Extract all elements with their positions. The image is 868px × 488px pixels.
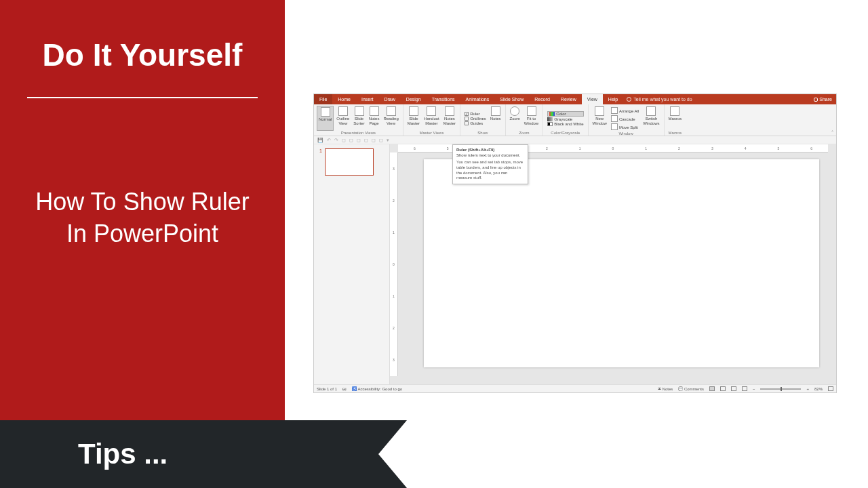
chk-ruler[interactable]: ✓Ruler bbox=[465, 112, 486, 116]
btn-zoom[interactable]: Zoom bbox=[509, 106, 521, 131]
tab-help[interactable]: Help bbox=[603, 94, 623, 104]
comments-button[interactable]: 💬 Comments bbox=[678, 386, 704, 391]
slide-thumbnail[interactable] bbox=[325, 148, 374, 176]
btn-macros[interactable]: Macros bbox=[667, 106, 684, 131]
qat-save-icon[interactable]: 💾 bbox=[317, 138, 323, 143]
qat-item[interactable]: ◻ bbox=[342, 138, 346, 143]
tab-view[interactable]: View bbox=[582, 94, 603, 104]
btn-notes-page[interactable]: Notes Page bbox=[368, 106, 381, 131]
zoom-knob[interactable] bbox=[781, 387, 782, 391]
share-button[interactable]: Share bbox=[814, 97, 832, 102]
left-panel: Do It Yourself How To Show Ruler In Powe… bbox=[0, 0, 285, 420]
share-label: Share bbox=[819, 97, 832, 102]
view-normal-icon[interactable] bbox=[709, 386, 715, 391]
notes-button[interactable]: ≐ Notes bbox=[658, 386, 673, 391]
fit-screen-icon[interactable] bbox=[828, 386, 833, 391]
fit-icon bbox=[527, 106, 536, 116]
tab-file[interactable]: File bbox=[314, 94, 332, 104]
group-presentation-views: Normal Outline View Slide Sorter Notes P… bbox=[314, 104, 403, 136]
tab-slideshow[interactable]: Slide Show bbox=[494, 94, 529, 104]
thumbnail-item[interactable]: 1 bbox=[319, 148, 384, 176]
banner-text: Tips ... bbox=[78, 438, 167, 470]
tab-transitions[interactable]: Transitions bbox=[427, 94, 460, 104]
qat-redo-icon[interactable]: ↷ bbox=[334, 138, 338, 143]
slidemaster-icon bbox=[409, 106, 418, 116]
tab-draw[interactable]: Draw bbox=[378, 94, 400, 104]
thumbnail-pane[interactable]: 1 bbox=[314, 144, 390, 384]
group-label: Master Views bbox=[419, 131, 443, 136]
btn-slide-sorter[interactable]: Slide Sorter bbox=[352, 106, 366, 131]
group-label: Presentation Views bbox=[341, 131, 376, 136]
zoom-out-button[interactable]: − bbox=[753, 387, 755, 391]
btn-fit-window[interactable]: Fit to Window bbox=[523, 106, 540, 131]
btn-switch-windows[interactable]: Switch Windows bbox=[642, 106, 660, 131]
tell-me-search[interactable]: Tell me what you want to do bbox=[627, 97, 692, 102]
chk-guides[interactable]: Guides bbox=[465, 121, 486, 125]
tab-design[interactable]: Design bbox=[401, 94, 427, 104]
group-label: Zoom bbox=[519, 131, 529, 136]
thumb-number: 1 bbox=[319, 148, 322, 176]
vertical-ruler[interactable]: 3210123 bbox=[390, 152, 398, 376]
switch-icon bbox=[646, 106, 656, 116]
reading-icon bbox=[387, 106, 396, 116]
normal-icon bbox=[321, 107, 330, 117]
tell-me-text: Tell me what you want to do bbox=[633, 97, 692, 102]
group-zoom: Zoom Fit to Window Zoom bbox=[506, 104, 544, 136]
qat-more-icon[interactable]: ▾ bbox=[387, 138, 389, 143]
sorter-icon bbox=[355, 106, 364, 116]
zoom-percentage[interactable]: 82% bbox=[814, 387, 823, 391]
qat-item[interactable]: ◻ bbox=[364, 138, 368, 143]
share-icon bbox=[814, 98, 818, 102]
qat-item[interactable]: ◻ bbox=[349, 138, 353, 143]
collapse-ribbon-icon[interactable]: ⌃ bbox=[831, 129, 834, 134]
qat-item[interactable]: ◻ bbox=[372, 138, 376, 143]
view-sorter-icon[interactable] bbox=[720, 386, 726, 391]
btn-new-window[interactable]: New Window bbox=[591, 106, 608, 131]
lang-icon[interactable]: 🖭 bbox=[342, 387, 347, 391]
gray-swatch-icon bbox=[547, 117, 553, 121]
checkbox-icon: ✓ bbox=[465, 112, 469, 116]
cascade-icon bbox=[611, 115, 618, 122]
chk-gridlines[interactable]: Gridlines bbox=[465, 117, 486, 121]
tooltip-title: Ruler (Shift+Alt+F9) bbox=[456, 148, 524, 152]
group-show: ✓Ruler Gridlines Guides Notes Show bbox=[460, 104, 505, 136]
tab-home[interactable]: Home bbox=[332, 94, 356, 104]
group-window: New Window Arrange All Cascade Move Spli… bbox=[589, 104, 665, 136]
slide-counter: Slide 1 of 1 bbox=[317, 387, 337, 391]
notespage-icon bbox=[370, 106, 379, 116]
view-reading-icon[interactable] bbox=[731, 386, 736, 391]
view-slideshow-icon[interactable] bbox=[742, 386, 747, 391]
group-label: Window bbox=[618, 131, 633, 136]
notes-icon bbox=[491, 106, 500, 116]
quick-access-toolbar: 💾 ↶ ↷ ◻ ◻ ◻ ◻ ◻ ◻ ▾ bbox=[314, 136, 836, 144]
macros-icon bbox=[670, 106, 679, 116]
tab-record[interactable]: Record bbox=[529, 94, 555, 104]
btn-reading-view[interactable]: Reading View bbox=[382, 106, 399, 131]
btn-slide-master[interactable]: Slide Master bbox=[406, 106, 421, 131]
btn-black-white[interactable]: Black and White bbox=[547, 122, 583, 126]
dys-title: Do It Yourself bbox=[0, 0, 285, 94]
btn-notes-master[interactable]: Notes Master bbox=[442, 106, 457, 131]
qat-undo-icon[interactable]: ↶ bbox=[327, 138, 331, 143]
qat-item[interactable]: ◻ bbox=[357, 138, 361, 143]
btn-arrange-all[interactable]: Arrange All bbox=[611, 107, 639, 115]
slide-canvas[interactable] bbox=[424, 159, 819, 367]
btn-cascade[interactable]: Cascade bbox=[611, 115, 639, 123]
qat-item[interactable]: ◻ bbox=[379, 138, 383, 143]
btn-handout-master[interactable]: Handout Master bbox=[422, 106, 441, 131]
zoom-slider[interactable] bbox=[760, 388, 801, 390]
tab-animations[interactable]: Animations bbox=[460, 94, 495, 104]
btn-grayscale[interactable]: Grayscale bbox=[547, 117, 583, 121]
accessibility-status[interactable]: ♿ Accessibility: Good to go bbox=[352, 386, 402, 391]
btn-move-split[interactable]: Move Split bbox=[611, 123, 639, 131]
status-bar: Slide 1 of 1 🖭 ♿ Accessibility: Good to … bbox=[314, 384, 836, 392]
btn-normal[interactable]: Normal bbox=[317, 106, 334, 131]
btn-notes[interactable]: Notes bbox=[489, 106, 502, 131]
tab-insert[interactable]: Insert bbox=[356, 94, 379, 104]
tab-review[interactable]: Review bbox=[555, 94, 582, 104]
btn-outline-view[interactable]: Outline View bbox=[335, 106, 351, 131]
btn-color[interactable]: Color bbox=[547, 111, 583, 117]
zoom-in-button[interactable]: + bbox=[806, 387, 809, 391]
tips-banner: Tips ... bbox=[0, 420, 407, 488]
group-label: Show bbox=[477, 131, 488, 136]
